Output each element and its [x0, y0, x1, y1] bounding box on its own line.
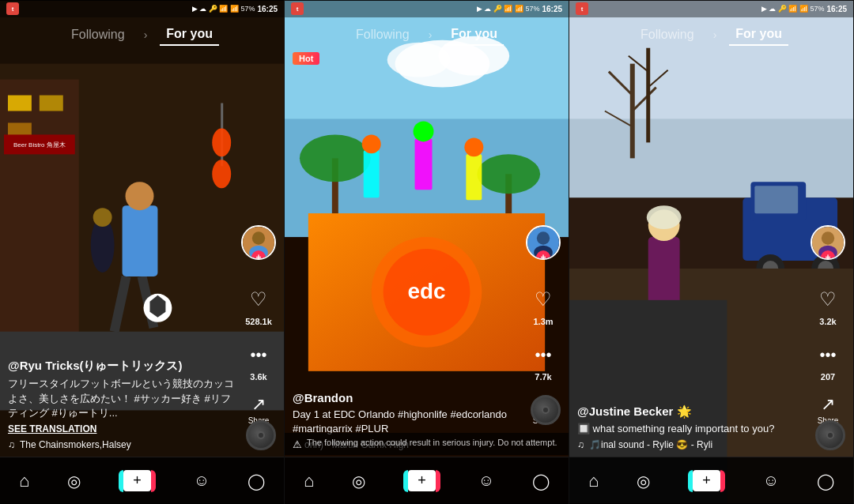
svg-point-66 [647, 205, 682, 229]
tab-foryou-1[interactable]: For you [160, 24, 219, 46]
warning-icon-2: ⚠ [293, 438, 302, 450]
home-icon-1[interactable]: ⌂ [19, 471, 29, 491]
heart-icon-1[interactable]: ♡ [243, 284, 274, 315]
svg-point-29 [300, 134, 371, 182]
follow-btn-2[interactable]: + [536, 250, 550, 260]
nav-messages-3[interactable]: ☺ [763, 472, 779, 490]
discover-icon-3[interactable]: ◎ [637, 472, 650, 491]
nav-home-1[interactable]: ⌂ [19, 471, 29, 491]
bottom-nav-2: ⌂ ◎ + ☺ ◯ [285, 457, 569, 504]
status-left-2: t [291, 2, 304, 15]
status-right-3: ▶ ☁ 🔑 📶 📶 57% 16:25 [761, 5, 847, 13]
comment-action-2[interactable]: ••• 7.7k [527, 339, 559, 382]
comment-action-1[interactable]: ••• 3.6k [243, 339, 274, 382]
nav-messages-1[interactable]: ☺ [194, 472, 210, 490]
nav-profile-1[interactable]: ◯ [248, 472, 265, 491]
home-icon-2[interactable]: ⌂ [304, 471, 314, 491]
music-icon-1: ♫ [8, 439, 15, 450]
nav-add-3[interactable]: + [688, 470, 725, 492]
profile-action-1[interactable]: + [241, 225, 276, 263]
bottom-nav-3: ⌂ ◎ + ☺ ◯ [569, 457, 853, 504]
music-info-3: ♫ 🎵inal sound - Rylie 😎 - Ryli [577, 439, 806, 450]
nav-profile-2[interactable]: ◯ [532, 472, 550, 491]
nav-discover-2[interactable]: ◎ [352, 472, 365, 491]
nav-add-2[interactable]: + [403, 470, 440, 492]
nav-add-1[interactable]: + [119, 470, 156, 492]
comment-icon-3[interactable]: ••• [812, 339, 844, 370]
profile-icon-1[interactable]: ◯ [248, 472, 265, 491]
share-icon-1[interactable]: ↗ [251, 394, 266, 415]
tab-foryou-3[interactable]: For you [729, 24, 788, 46]
music-info-1: ♫ The Chainsmokers,Halsey [8, 439, 236, 450]
avatar-2[interactable]: + [526, 225, 561, 260]
bottom-info-1: @Ryu Tricks(りゅートリックス) フリースタイルフットボールという競技… [8, 359, 236, 450]
heart-icon-3[interactable]: ♡ [812, 284, 844, 315]
status-time-1: 16:25 [257, 5, 278, 13]
username-1[interactable]: @Ryu Tricks(りゅートリックス) [8, 359, 236, 374]
home-icon-3[interactable]: ⌂ [588, 471, 599, 491]
nav-profile-3[interactable]: ◯ [817, 472, 834, 491]
tab-foryou-2[interactable]: For you [444, 24, 504, 46]
nav-home-2[interactable]: ⌂ [304, 471, 314, 491]
nav-discover-1[interactable]: ◎ [67, 472, 81, 491]
discover-icon-2[interactable]: ◎ [352, 472, 365, 491]
messages-icon-2[interactable]: ☺ [478, 472, 494, 490]
tab-divider-1: › [144, 28, 148, 41]
svg-rect-37 [364, 150, 380, 197]
svg-point-10 [93, 208, 112, 227]
like-action-1[interactable]: ♡ 528.1k [243, 284, 274, 326]
status-right-2: ▶ ☁ 🔑 📶 📶 57% 16:25 [477, 5, 562, 13]
comment-icon-2[interactable]: ••• [527, 339, 559, 370]
warning-banner-2: ⚠ The following action could result in s… [285, 433, 569, 455]
see-translation-1[interactable]: SEE TRANSLATION [8, 423, 236, 434]
share-icon-3[interactable]: ↗ [821, 394, 835, 415]
svg-rect-2 [0, 80, 79, 355]
profile-icon-3[interactable]: ◯ [817, 472, 834, 491]
music-icon-3: ♫ [577, 439, 584, 450]
svg-point-38 [362, 134, 381, 153]
status-time-2: 16:25 [542, 5, 562, 13]
avatar-3[interactable]: + [811, 225, 845, 260]
like-count-2: 1.3m [533, 317, 553, 326]
avatar-1[interactable]: + [241, 225, 276, 260]
tab-following-1[interactable]: Following [65, 24, 131, 45]
comment-count-2: 7.7k [535, 372, 551, 382]
profile-icon-2[interactable]: ◯ [532, 472, 550, 491]
svg-point-20 [252, 231, 265, 244]
profile-action-2[interactable]: + [526, 225, 561, 263]
profile-action-3[interactable]: + [811, 225, 845, 263]
username-2[interactable]: @Brandon [293, 391, 521, 404]
messages-icon-1[interactable]: ☺ [194, 472, 210, 490]
status-icons-2: ▶ ☁ 🔑 📶 📶 57% [477, 5, 540, 13]
messages-icon-3[interactable]: ☺ [763, 472, 779, 490]
svg-rect-4 [40, 96, 63, 111]
nav-discover-3[interactable]: ◎ [637, 472, 650, 491]
disc-center-1 [257, 431, 265, 439]
panel-3: t ▶ ☁ 🔑 📶 📶 57% 16:25 Following › For yo… [569, 0, 854, 504]
discover-icon-1[interactable]: ◎ [67, 472, 81, 491]
username-3[interactable]: @Justine Becker 🌟 [577, 404, 806, 419]
svg-point-40 [414, 121, 434, 141]
heart-icon-2[interactable]: ♡ [527, 284, 559, 315]
like-action-2[interactable]: ♡ 1.3m [527, 284, 559, 326]
description-1: フリースタイルフットボールという競技のカッコよさ、美しさを広めたい！ #サッカー… [8, 377, 236, 420]
svg-rect-3 [8, 96, 32, 111]
follow-btn-1[interactable]: + [251, 250, 266, 260]
comment-icon-1[interactable]: ••• [243, 339, 274, 370]
svg-rect-41 [466, 154, 482, 200]
comment-action-3[interactable]: ••• 207 [812, 339, 844, 382]
nav-messages-2[interactable]: ☺ [478, 472, 494, 490]
tab-following-2[interactable]: Following [350, 24, 416, 45]
status-left-1: t [6, 2, 19, 15]
svg-rect-39 [415, 138, 433, 190]
svg-text:Beer Bistro 角屋木: Beer Bistro 角屋木 [13, 141, 66, 149]
status-icons-1: ▶ ☁ 🔑 📶 📶 57% [192, 5, 255, 13]
description-2: Day 1 at EDC Orlando #highonlife #edcorl… [293, 408, 521, 436]
like-action-3[interactable]: ♡ 3.2k [812, 284, 844, 326]
hot-badge-2: Hot [293, 52, 319, 65]
follow-btn-3[interactable]: + [821, 250, 835, 260]
nav-home-3[interactable]: ⌂ [588, 471, 599, 491]
tab-following-3[interactable]: Following [634, 24, 701, 45]
svg-text:edc: edc [407, 279, 445, 303]
bottom-info-3: @Justine Becker 🌟 🔲 what something reall… [577, 404, 806, 450]
